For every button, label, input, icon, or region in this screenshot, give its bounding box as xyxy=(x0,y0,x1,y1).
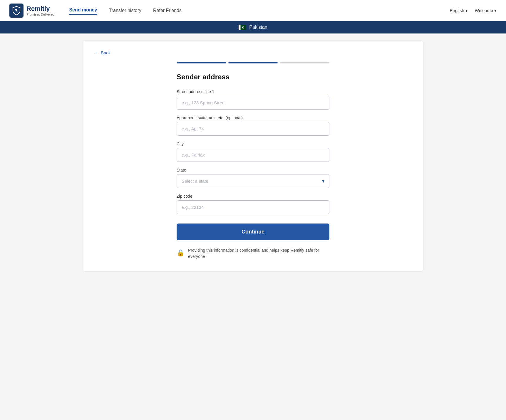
label-zip: Zip code xyxy=(177,194,329,199)
nav-links: Send money Transfer history Refer Friend… xyxy=(69,6,450,15)
logo[interactable]: Remitly Promises Delivered xyxy=(9,4,54,18)
input-apt[interactable] xyxy=(177,122,329,136)
page-wrapper: ← Back Sender address Street address lin… xyxy=(77,33,429,279)
sender-address-form: Sender address Street address line 1 Apa… xyxy=(177,73,329,260)
lock-icon: 🔒 xyxy=(177,248,185,258)
label-city: City xyxy=(177,142,329,146)
logo-tagline: Promises Delivered xyxy=(26,13,54,16)
field-group-zip: Zip code xyxy=(177,194,329,214)
country-bar: Pakistan xyxy=(0,21,506,33)
input-city[interactable] xyxy=(177,148,329,162)
progress-segment-1 xyxy=(177,62,226,63)
progress-bar xyxy=(177,62,329,63)
field-group-apt: Apartment, suite, unit, etc. (optional) xyxy=(177,115,329,136)
navbar: Remitly Promises Delivered Send money Tr… xyxy=(0,0,506,21)
pakistan-flag-icon xyxy=(239,25,246,30)
field-group-city: City xyxy=(177,142,329,162)
back-arrow-icon: ← xyxy=(95,50,99,55)
input-street1[interactable] xyxy=(177,96,329,110)
label-street1: Street address line 1 xyxy=(177,89,329,94)
nav-transfer-history[interactable]: Transfer history xyxy=(109,7,142,14)
back-label: Back xyxy=(101,50,110,55)
country-name: Pakistan xyxy=(249,25,267,30)
welcome-label: Welcome xyxy=(475,8,493,13)
nav-send-money[interactable]: Send money xyxy=(69,6,97,15)
security-note-text: Providing this information is confidenti… xyxy=(188,247,329,260)
logo-name: Remitly xyxy=(26,5,54,13)
continue-button[interactable]: Continue xyxy=(177,224,329,240)
label-apt: Apartment, suite, unit, etc. (optional) xyxy=(177,115,329,120)
language-selector[interactable]: English ▾ xyxy=(450,8,468,13)
nav-refer-friends[interactable]: Refer Friends xyxy=(153,7,182,14)
label-state: State xyxy=(177,168,329,172)
welcome-chevron-icon: ▾ xyxy=(494,8,497,13)
svg-rect-2 xyxy=(239,25,241,30)
language-label: English xyxy=(450,8,464,13)
field-group-state: State Select a state AlabamaAlaskaArizon… xyxy=(177,168,329,188)
welcome-menu[interactable]: Welcome ▾ xyxy=(475,8,497,13)
security-note: 🔒 Providing this information is confiden… xyxy=(177,247,329,260)
select-state[interactable]: Select a state AlabamaAlaskaArizonaArkan… xyxy=(177,174,329,188)
input-zip[interactable] xyxy=(177,200,329,214)
language-chevron-icon: ▾ xyxy=(465,8,468,13)
progress-segment-3 xyxy=(280,62,329,63)
form-title: Sender address xyxy=(177,73,329,81)
field-group-street1: Street address line 1 xyxy=(177,89,329,110)
back-button[interactable]: ← Back xyxy=(95,50,110,55)
nav-right: English ▾ Welcome ▾ xyxy=(450,8,497,13)
form-card: ← Back Sender address Street address lin… xyxy=(83,41,423,272)
state-select-wrapper: Select a state AlabamaAlaskaArizonaArkan… xyxy=(177,174,329,188)
logo-icon xyxy=(9,4,24,18)
progress-segment-2 xyxy=(228,62,278,63)
